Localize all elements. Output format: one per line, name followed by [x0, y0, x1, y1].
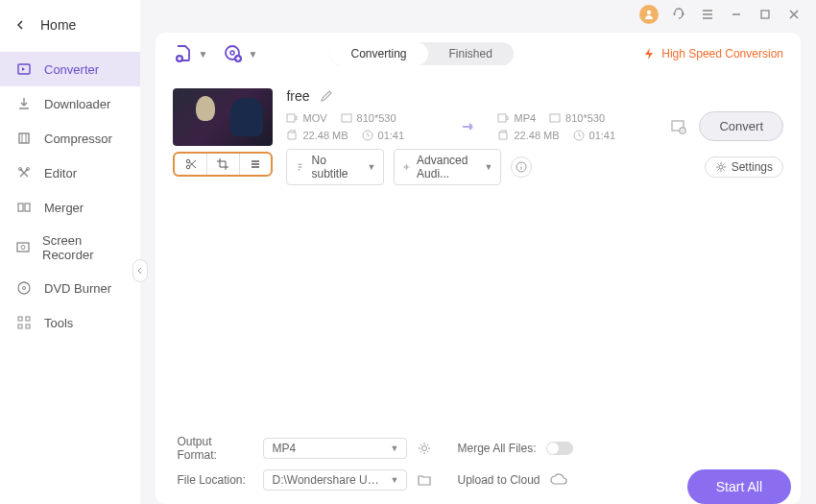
svg-point-8: [18, 282, 30, 294]
user-avatar[interactable]: [639, 5, 659, 24]
chevron-down-icon: ▼: [391, 475, 399, 485]
maximize-icon[interactable]: [756, 6, 774, 23]
chevron-down-icon: ▼: [198, 49, 207, 60]
support-icon[interactable]: [670, 6, 687, 23]
resolution-icon: [341, 112, 352, 124]
crop-button[interactable]: [206, 154, 239, 175]
file-title: free: [286, 88, 783, 104]
file-location-dropdown[interactable]: D:\Wondershare UniConverter 1 ▼: [263, 469, 407, 491]
svg-rect-5: [25, 204, 30, 211]
back-icon: [15, 20, 25, 30]
converter-icon: [15, 60, 33, 78]
dvd-burner-icon: [15, 279, 33, 297]
crop-icon: [216, 157, 229, 171]
high-speed-label: High Speed Conversion: [661, 47, 783, 60]
size-icon: [286, 130, 298, 141]
sidebar-item-label: Converter: [44, 62, 99, 77]
screen-recorder-icon: [15, 239, 31, 256]
svg-rect-25: [342, 114, 351, 122]
svg-rect-4: [18, 204, 23, 211]
home-button[interactable]: Home: [0, 8, 140, 42]
sidebar-item-merger[interactable]: Merger: [0, 190, 140, 225]
add-file-button[interactable]: ▼: [173, 43, 207, 64]
file-info: free MOV 810*530 22.48 MB 01:41: [286, 88, 783, 185]
output-format-settings-button[interactable]: [417, 441, 432, 456]
chevron-down-icon: ▼: [485, 162, 493, 172]
downloader-icon: [15, 95, 33, 112]
output-settings-button[interactable]: [670, 118, 687, 135]
minimize-icon[interactable]: [728, 6, 745, 23]
file-row: free MOV 810*530 22.48 MB 01:41: [156, 75, 801, 195]
output-format-dropdown[interactable]: MP4 ▼: [263, 438, 407, 459]
file-name: free: [286, 88, 309, 104]
cloud-icon: [550, 473, 567, 487]
sidebar-item-converter[interactable]: Converter: [0, 52, 140, 86]
info-icon: [516, 161, 527, 173]
sidebar-collapse-handle[interactable]: [132, 259, 148, 282]
svg-rect-27: [498, 114, 506, 122]
sidebar-item-screen-recorder[interactable]: Screen Recorder: [0, 225, 140, 271]
svg-rect-12: [18, 324, 22, 328]
size-icon: [497, 130, 509, 141]
high-speed-badge[interactable]: High Speed Conversion: [642, 47, 783, 60]
merge-toggle[interactable]: [546, 442, 573, 455]
svg-rect-28: [550, 114, 560, 122]
start-all-button[interactable]: Start All: [687, 469, 791, 504]
tools-icon: [15, 314, 33, 331]
meta-row: MOV 810*530 22.48 MB 01:41 MP4 810*530: [286, 111, 783, 141]
subtitle-dropdown[interactable]: No subtitle ▼: [286, 149, 384, 185]
svg-rect-17: [761, 11, 769, 18]
info-button[interactable]: [511, 156, 532, 178]
sidebar-item-compressor[interactable]: Compressor: [0, 121, 140, 156]
clock-icon: [573, 130, 585, 141]
folder-icon: [417, 472, 432, 488]
sidebar-item-label: Downloader: [44, 97, 110, 111]
audio-dropdown[interactable]: Advanced Audi... ▼: [394, 149, 501, 185]
sidebar-item-tools[interactable]: Tools: [0, 305, 140, 340]
open-folder-button[interactable]: [417, 472, 432, 488]
svg-point-14: [647, 11, 651, 14]
sidebar-item-downloader[interactable]: Downloader: [0, 86, 140, 121]
file-location-label: File Location:: [177, 473, 253, 487]
source-meta: MOV 810*530 22.48 MB 01:41: [286, 112, 440, 141]
merge-label: Merge All Files:: [457, 442, 536, 455]
svg-rect-6: [17, 243, 29, 252]
toolbar: ▼ ▼ Converting Finished High Speed Conve…: [156, 33, 801, 75]
settings-button[interactable]: Settings: [705, 156, 783, 178]
footer: Output Format: MP4 ▼ Merge All Files: Fi…: [156, 425, 801, 504]
tab-finished[interactable]: Finished: [428, 42, 514, 65]
resolution-icon: [549, 112, 561, 124]
target-meta: MP4 810*530 22.48 MB 01:41: [497, 112, 651, 141]
video-thumbnail[interactable]: [173, 88, 273, 146]
sidebar-item-label: DVD Burner: [44, 281, 111, 296]
upload-cloud-button[interactable]: [550, 473, 567, 487]
sidebar-item-label: Tools: [44, 316, 73, 330]
svg-point-33: [719, 165, 723, 169]
clock-icon: [362, 130, 373, 141]
svg-point-20: [230, 51, 234, 55]
pencil-icon: [320, 89, 333, 103]
trim-button[interactable]: [175, 154, 206, 175]
edit-name-button[interactable]: [320, 89, 333, 103]
add-disc-button[interactable]: ▼: [223, 43, 257, 64]
sidebar-item-label: Screen Recorder: [42, 233, 125, 262]
sidebar-item-editor[interactable]: Editor: [0, 156, 140, 190]
output-settings-icon: [670, 118, 687, 135]
menu-icon[interactable]: [699, 6, 716, 23]
upload-cloud-label: Upload to Cloud: [457, 473, 540, 487]
editor-icon: [15, 164, 33, 181]
convert-button[interactable]: Convert: [699, 111, 783, 141]
nav-list: Converter Downloader Compressor Editor M…: [0, 52, 140, 340]
gear-icon: [417, 441, 432, 456]
svg-point-34: [422, 446, 427, 451]
close-icon[interactable]: [785, 6, 803, 23]
sidebar-item-dvd-burner[interactable]: DVD Burner: [0, 271, 140, 305]
chevron-down-icon: ▼: [248, 49, 257, 60]
subtitle-audio-row: No subtitle ▼ Advanced Audi... ▼ Set: [286, 149, 783, 185]
sidebar-item-label: Editor: [44, 166, 77, 180]
merger-icon: [15, 199, 33, 216]
arrow-right-icon: [459, 117, 478, 136]
thumbnail-column: [173, 88, 273, 177]
more-button[interactable]: [239, 154, 272, 175]
tab-converting[interactable]: Converting: [329, 42, 427, 65]
